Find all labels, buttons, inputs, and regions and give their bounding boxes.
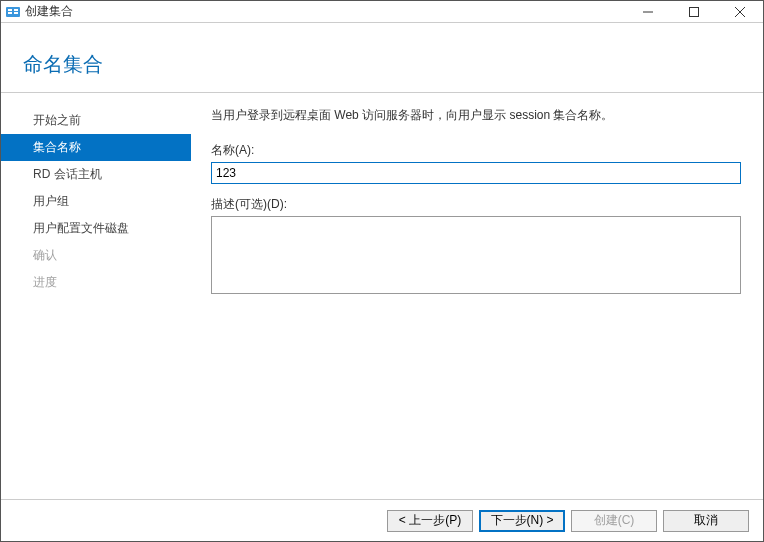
content-wrapper: 命名集合 开始之前 集合名称 RD 会话主机 用户组 用户配置文件磁盘 确认 进… <box>1 23 763 541</box>
titlebar: 创建集合 <box>1 1 763 23</box>
page-title: 命名集合 <box>23 51 763 78</box>
cancel-button[interactable]: 取消 <box>663 510 749 532</box>
sidebar-item-confirm: 确认 <box>1 242 191 269</box>
window-title: 创建集合 <box>25 3 73 20</box>
form-area: 当用户登录到远程桌面 Web 访问服务器时，向用户显示 session 集合名称… <box>191 93 763 499</box>
description-input[interactable] <box>211 216 741 294</box>
sidebar-item-rd-session-host[interactable]: RD 会话主机 <box>1 161 191 188</box>
prev-button[interactable]: < 上一步(P) <box>387 510 473 532</box>
name-label: 名称(A): <box>211 142 741 159</box>
window-controls <box>625 1 763 22</box>
header-section: 命名集合 <box>1 23 763 92</box>
app-icon <box>5 4 21 20</box>
footer: < 上一步(P) 下一步(N) > 创建(C) 取消 <box>1 499 763 541</box>
name-field-group: 名称(A): <box>211 142 741 184</box>
close-button[interactable] <box>717 1 763 23</box>
sidebar-item-user-group[interactable]: 用户组 <box>1 188 191 215</box>
description-field-group: 描述(可选)(D): <box>211 196 741 297</box>
next-button[interactable]: 下一步(N) > <box>479 510 565 532</box>
svg-rect-3 <box>14 9 18 11</box>
form-description: 当用户登录到远程桌面 Web 访问服务器时，向用户显示 session 集合名称… <box>211 107 741 124</box>
sidebar-item-user-profile-disk[interactable]: 用户配置文件磁盘 <box>1 215 191 242</box>
maximize-button[interactable] <box>671 1 717 23</box>
description-label: 描述(可选)(D): <box>211 196 741 213</box>
create-button: 创建(C) <box>571 510 657 532</box>
sidebar-item-before-start[interactable]: 开始之前 <box>1 107 191 134</box>
sidebar-item-progress: 进度 <box>1 269 191 296</box>
titlebar-left: 创建集合 <box>5 3 73 20</box>
name-input[interactable] <box>211 162 741 184</box>
minimize-button[interactable] <box>625 1 671 23</box>
svg-rect-6 <box>690 8 699 17</box>
sidebar-item-collection-name[interactable]: 集合名称 <box>1 134 191 161</box>
sidebar: 开始之前 集合名称 RD 会话主机 用户组 用户配置文件磁盘 确认 进度 <box>1 93 191 499</box>
main-area: 开始之前 集合名称 RD 会话主机 用户组 用户配置文件磁盘 确认 进度 当用户… <box>1 93 763 499</box>
svg-rect-4 <box>14 12 18 14</box>
svg-rect-2 <box>8 12 12 14</box>
svg-rect-1 <box>8 9 12 11</box>
